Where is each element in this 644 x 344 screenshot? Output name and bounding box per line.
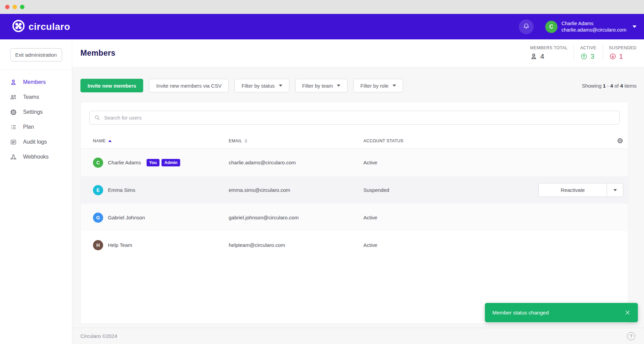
sidebar-item-label: Settings xyxy=(23,109,43,115)
sidebar-nav: Members Teams Settings xyxy=(0,70,72,164)
members-table-card: NAME EMAIL ACCOUNT STATUS xyxy=(80,102,628,324)
invite-csv-button[interactable]: Invite new members via CSV xyxy=(149,79,229,92)
page-header: Members MEMBERS TOTAL 4 ACTIVE xyxy=(72,39,644,67)
person-icon xyxy=(530,53,537,60)
table-row[interactable]: E Emma Sims emma.sims@circularo.com Susp… xyxy=(81,176,628,204)
table-row[interactable]: C Charlie Adams You Admin charlie.adams@… xyxy=(81,149,628,176)
table-row[interactable]: H Help Team helpteam@circularo.com Activ… xyxy=(81,231,628,259)
document-icon xyxy=(10,138,17,146)
member-avatar: C xyxy=(93,158,103,168)
search-input[interactable] xyxy=(104,115,615,121)
filter-by-role-dropdown[interactable]: Filter by role xyxy=(353,79,403,92)
member-stats: MEMBERS TOTAL 4 ACTIVE xyxy=(524,46,637,60)
member-status: Active xyxy=(363,242,535,248)
member-name: Help Team xyxy=(108,242,132,248)
filter-label: Filter by role xyxy=(360,83,389,89)
sidebar-item-label: Members xyxy=(23,79,46,85)
exit-administration-button[interactable]: Exit administration xyxy=(10,48,62,61)
brand-name: circularo xyxy=(29,21,70,32)
sidebar-item-plan[interactable]: Plan xyxy=(0,120,72,134)
stat-label: ACTIVE xyxy=(580,46,596,50)
close-window-button[interactable] xyxy=(5,5,10,9)
copyright-text: Circularo ©2024 xyxy=(80,333,117,339)
sidebar-item-label: Audit logs xyxy=(23,139,47,145)
main-content: Members MEMBERS TOTAL 4 ACTIVE xyxy=(72,39,644,344)
stat-label: MEMBERS TOTAL xyxy=(530,46,568,50)
person-icon xyxy=(10,78,17,86)
reactivate-split-button: Reactivate xyxy=(538,183,623,197)
help-button[interactable]: ? xyxy=(627,332,635,340)
member-avatar: E xyxy=(93,185,103,195)
sort-ascending-icon xyxy=(108,140,112,142)
gear-icon xyxy=(617,138,623,144)
user-avatar: C xyxy=(545,21,557,33)
table-settings-button[interactable] xyxy=(617,138,623,144)
member-avatar: H xyxy=(93,240,103,250)
sidebar-item-settings[interactable]: Settings xyxy=(0,105,72,120)
member-email: gabriel.johnson@circularo.com xyxy=(229,215,363,220)
footer: Circularo ©2024 ? xyxy=(72,328,644,344)
stat-active: ACTIVE 3 xyxy=(574,46,603,60)
page-title: Members xyxy=(80,49,115,58)
window-titlebar xyxy=(0,0,644,14)
chevron-down-icon xyxy=(393,85,396,87)
brand-logo[interactable]: circularo xyxy=(12,20,70,34)
sidebar-item-members[interactable]: Members xyxy=(0,75,72,90)
notifications-button[interactable] xyxy=(519,19,534,34)
invite-new-members-button[interactable]: Invite new members xyxy=(80,79,143,92)
member-name: Emma Sims xyxy=(108,187,135,193)
you-badge: You xyxy=(147,159,160,166)
user-name: Charlie Adams xyxy=(562,21,593,26)
circularo-logo-icon xyxy=(12,20,25,34)
filter-by-team-dropdown[interactable]: Filter by team xyxy=(295,79,348,92)
sidebar-item-webhooks[interactable]: Webhooks xyxy=(0,149,72,164)
user-info: Charlie Adams charlie.adams@circularo.co… xyxy=(562,20,626,33)
member-name: Charlie Adams xyxy=(108,160,141,165)
user-email: charlie.adams@circularo.com xyxy=(562,27,626,33)
filter-by-status-dropdown[interactable]: Filter by status xyxy=(234,79,289,92)
stat-value: 4 xyxy=(540,52,544,60)
search-icon xyxy=(94,114,100,121)
members-toolbar: Invite new members Invite new members vi… xyxy=(80,79,637,92)
stat-members-total: MEMBERS TOTAL 4 xyxy=(524,46,574,60)
toast-message: Member status changed xyxy=(492,310,549,316)
member-status: Active xyxy=(363,215,535,220)
arrow-down-circle-icon xyxy=(609,53,617,60)
pagination-summary: Showing 1 - 4 of 4 items xyxy=(582,83,637,89)
member-email: charlie.adams@circularo.com xyxy=(229,160,363,165)
stat-label: SUSPENDED xyxy=(609,46,637,50)
member-email: emma.sims@circularo.com xyxy=(229,187,363,193)
sort-icon xyxy=(245,139,247,143)
stat-suspended: SUSPENDED 1 xyxy=(603,46,637,60)
window-controls xyxy=(5,5,24,9)
sidebar-item-label: Teams xyxy=(23,94,39,100)
admin-badge: Admin xyxy=(162,159,180,166)
minimize-window-button[interactable] xyxy=(13,5,17,9)
column-header-email[interactable]: EMAIL xyxy=(229,139,363,143)
maximize-window-button[interactable] xyxy=(20,5,24,9)
app-header: circularo C Charlie Adams charlie.adams@… xyxy=(0,14,644,39)
chevron-down-icon xyxy=(613,189,617,191)
stat-value: 1 xyxy=(619,52,623,60)
chevron-down-icon xyxy=(632,25,637,28)
reactivate-button[interactable]: Reactivate xyxy=(539,183,607,197)
column-header-account-status[interactable]: ACCOUNT STATUS xyxy=(363,139,535,143)
sidebar-item-teams[interactable]: Teams xyxy=(0,90,72,105)
toast-notification: Member status changed xyxy=(485,303,638,322)
member-email: helpteam@circularo.com xyxy=(229,242,363,248)
sidebar-item-audit-logs[interactable]: Audit logs xyxy=(0,134,72,149)
table-header-row: NAME EMAIL ACCOUNT STATUS xyxy=(81,133,628,149)
table-row[interactable]: G Gabriel Johnson gabriel.johnson@circul… xyxy=(81,204,628,231)
sidebar-item-label: Webhooks xyxy=(23,154,49,160)
search-bar xyxy=(89,111,620,125)
chevron-down-icon xyxy=(279,85,282,87)
bell-icon xyxy=(523,22,530,31)
row-actions-dropdown-button[interactable] xyxy=(607,183,623,197)
filter-label: Filter by team xyxy=(302,83,333,89)
user-menu[interactable]: C Charlie Adams charlie.adams@circularo.… xyxy=(545,20,637,33)
gear-icon xyxy=(10,108,17,116)
column-header-name[interactable]: NAME xyxy=(93,139,229,143)
close-icon[interactable] xyxy=(625,310,630,315)
sidebar: Exit administration Members Teams xyxy=(0,39,72,344)
list-icon xyxy=(10,123,17,131)
